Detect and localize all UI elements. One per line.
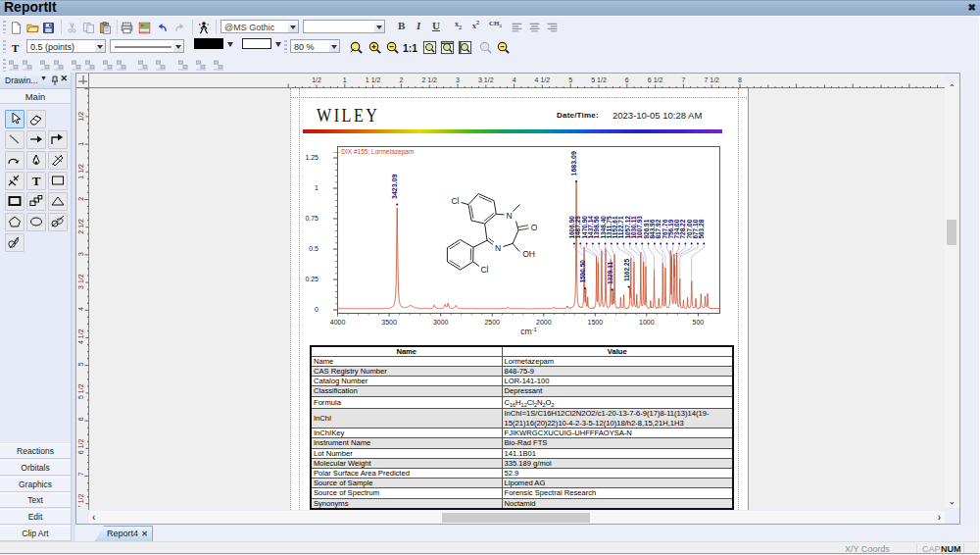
svg-text:1/2: 1/2 [77,112,84,122]
svg-text:— DIX #155; Lormetazepam: — DIX #155; Lormetazepam [333,148,414,156]
svg-text:6 1/2: 6 1/2 [77,439,84,455]
svg-text:1000: 1000 [639,319,655,326]
svg-text:N: N [506,211,512,221]
svg-text:1: 1 [343,76,347,83]
svg-text:4 1/2: 4 1/2 [535,76,551,83]
svg-text:2000: 2000 [536,319,552,326]
svg-text:T: T [12,42,20,54]
svg-text:6 1/2: 6 1/2 [648,76,663,83]
svg-text:Cl: Cl [451,196,459,206]
svg-text:4 1/2: 4 1/2 [77,328,84,344]
svg-text:3 1/2: 3 1/2 [77,274,84,289]
svg-text:2: 2 [77,197,84,201]
svg-text:0: 0 [315,306,318,313]
svg-text:1:1: 1:1 [403,43,417,54]
svg-text:T: T [32,174,41,188]
svg-text:3: 3 [456,76,460,83]
svg-text:1683.09: 1683.09 [570,151,577,176]
svg-text:563.28: 563.28 [698,219,705,238]
svg-text:1/2: 1/2 [312,76,321,83]
svg-text:5: 5 [77,362,84,366]
svg-text:6: 6 [625,76,629,83]
svg-text:OH: OH [522,249,535,259]
svg-text:1.25: 1.25 [305,154,318,161]
svg-text:7 1/2: 7 1/2 [77,494,84,507]
svg-text:3 1/2: 3 1/2 [478,76,494,83]
svg-text:4000: 4000 [330,319,346,326]
svg-text:8: 8 [738,76,742,83]
svg-text:4: 4 [77,307,84,311]
svg-text:7: 7 [681,76,685,83]
svg-text:3500: 3500 [381,319,397,326]
svg-text:7 1/2: 7 1/2 [704,76,719,83]
svg-text:2 1/2: 2 1/2 [421,76,437,83]
svg-text:0.25: 0.25 [305,276,318,282]
svg-text:Cl: Cl [480,265,488,275]
svg-text:0.75: 0.75 [305,215,318,222]
svg-text:1 1/2: 1 1/2 [366,76,381,83]
svg-text:N: N [495,243,501,253]
svg-text:2 1/2: 2 1/2 [77,219,84,234]
svg-text:1500: 1500 [588,319,604,326]
svg-text:4: 4 [513,76,516,83]
svg-text:O: O [531,223,538,232]
svg-text:1162.25: 1162.25 [623,259,630,282]
svg-text:1: 1 [77,142,84,146]
svg-text:6: 6 [77,417,84,421]
svg-text:5 1/2: 5 1/2 [77,383,84,399]
svg-text:1: 1 [315,184,318,191]
svg-text:3423.09: 3423.09 [391,175,398,199]
svg-text:cm-1: cm-1 [520,327,537,336]
svg-text:5: 5 [568,76,572,83]
svg-text:2500: 2500 [484,319,500,326]
svg-text:0.5: 0.5 [309,245,318,252]
svg-text:500: 500 [693,319,705,326]
svg-text:1590.50: 1590.50 [579,260,586,283]
svg-text:3000: 3000 [433,319,449,326]
svg-text:5 1/2: 5 1/2 [591,76,607,83]
svg-text:2: 2 [399,76,403,83]
svg-text:7: 7 [77,472,84,476]
svg-text:1329.11: 1329.11 [607,262,613,285]
svg-text:1 1/2: 1 1/2 [77,164,84,179]
svg-text:3: 3 [77,252,84,256]
